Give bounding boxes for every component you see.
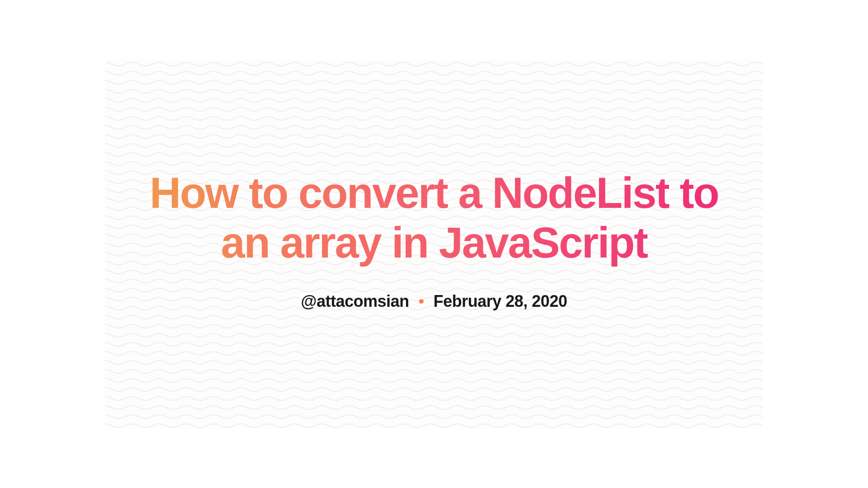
content-wrapper: How to convert a NodeList to an array in… bbox=[105, 168, 763, 311]
article-meta: @attacomsian February 28, 2020 bbox=[132, 292, 736, 311]
article-date: February 28, 2020 bbox=[434, 292, 567, 311]
article-title: How to convert a NodeList to an array in… bbox=[132, 168, 736, 267]
author-handle: @attacomsian bbox=[301, 292, 409, 311]
article-card: How to convert a NodeList to an array in… bbox=[105, 60, 763, 428]
bullet-separator-icon bbox=[419, 299, 424, 304]
